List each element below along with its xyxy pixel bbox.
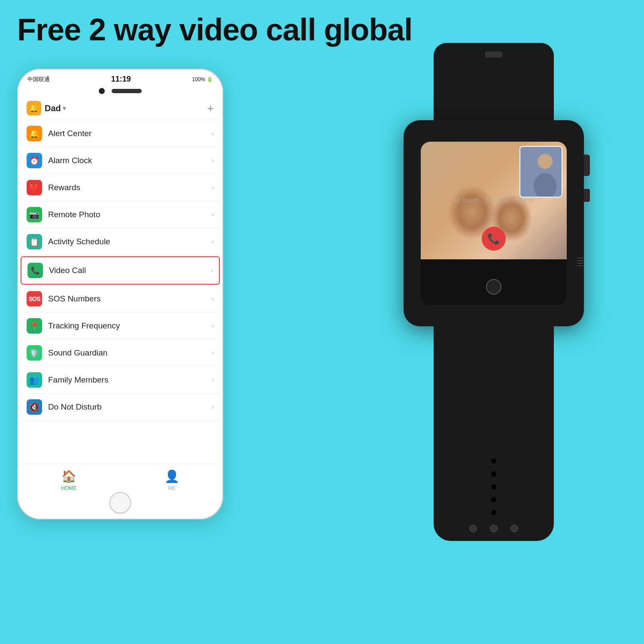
strap-bottom-decoration <box>469 525 518 532</box>
menu-item-alert-center[interactable]: 🔔 Alert Center › <box>21 120 220 147</box>
alert-center-label: Alert Center <box>48 129 91 138</box>
nav-home[interactable]: 🏠 HOME <box>61 469 76 491</box>
battery-icon: 🔋 <box>207 76 213 82</box>
profile-selector[interactable]: Dad ▾ <box>45 103 66 113</box>
carrier-signal: 中国联通 <box>27 76 50 83</box>
chevron-right-icon: › <box>212 238 214 246</box>
profile-name: Dad <box>45 103 61 113</box>
rewards-label: Rewards <box>48 183 80 192</box>
menu-list: 🔔 Alert Center › ⏰ Alarm Clock › ❤️ Rewa… <box>17 120 223 421</box>
sos-numbers-icon: SOS <box>27 291 42 307</box>
watch-body: 4p-touch...tradech...hina.m 📞 <box>404 120 584 326</box>
video-self-view <box>519 146 562 197</box>
strap-dot-3 <box>510 525 518 532</box>
watch-side-button-1[interactable] <box>584 155 590 176</box>
menu-item-left: 🛡️ Sound Guardian <box>27 345 107 361</box>
alert-center-icon: 🔔 <box>27 126 42 141</box>
strap-hole-4 <box>491 497 496 502</box>
phone-top-hardware <box>17 84 223 97</box>
strap-hole-1 <box>491 459 496 464</box>
activity-schedule-label: Activity Schedule <box>48 237 110 246</box>
sound-guardian-icon: 🛡️ <box>27 345 42 361</box>
menu-item-do-not-disturb[interactable]: 🔇 Do Not Disturb › <box>21 394 220 421</box>
menu-item-left: SOS SOS Numbers <box>27 291 100 307</box>
family-members-icon: 👥 <box>27 372 42 388</box>
alarm-clock-label: Alarm Clock <box>48 156 92 165</box>
sos-numbers-label: SOS Numbers <box>48 294 100 304</box>
home-nav-icon: 🏠 <box>61 469 76 483</box>
menu-item-remote-photo[interactable]: 📷 Remote Photo › <box>21 201 220 228</box>
earpiece <box>112 89 142 93</box>
menu-item-left: 📋 Activity Schedule <box>27 234 110 249</box>
battery-label: 100% <box>192 76 205 82</box>
remote-photo-label: Remote Photo <box>48 210 100 219</box>
menu-item-sos-numbers[interactable]: SOS SOS Numbers › <box>21 286 220 313</box>
menu-item-left: ❤️ Rewards <box>27 180 80 195</box>
watch-container: 4p-touch...tradech...hina.m 📞 <box>365 43 623 558</box>
chevron-right-icon: › <box>212 184 214 191</box>
menu-item-left: 📍 Tracking Frequency <box>27 318 120 334</box>
alarm-clock-icon: ⏰ <box>27 153 42 168</box>
battery: 100% 🔋 <box>192 76 213 82</box>
strap-dot-2 <box>490 525 498 532</box>
menu-item-left: 👥 Family Members <box>27 372 108 388</box>
video-main-feed: 4p-touch...tradech...hina.m 📞 <box>421 142 567 259</box>
me-nav-icon: 👤 <box>164 469 179 483</box>
menu-item-rewards[interactable]: ❤️ Rewards › <box>21 174 220 201</box>
menu-item-left: 🔔 Alert Center <box>27 126 91 141</box>
watch-strap-top <box>434 43 554 120</box>
menu-item-left: ⏰ Alarm Clock <box>27 153 92 168</box>
tracking-frequency-icon: 📍 <box>27 318 42 334</box>
nav-me[interactable]: 👤 ME <box>164 469 179 491</box>
family-members-label: Family Members <box>48 375 108 385</box>
menu-item-alarm-clock[interactable]: ⏰ Alarm Clock › <box>21 147 220 174</box>
phone-home-button[interactable] <box>109 492 131 513</box>
end-call-icon: 📞 <box>487 233 500 245</box>
status-bar: 中国联通 11:19 100% 🔋 <box>17 69 223 84</box>
chevron-down-icon: ▾ <box>63 105 66 112</box>
home-nav-label: HOME <box>61 485 76 491</box>
menu-item-left: 🔇 Do Not Disturb <box>27 399 102 415</box>
strap-hole-5 <box>491 510 496 515</box>
menu-item-left: 📷 Remote Photo <box>27 207 100 222</box>
video-call-icon: 📞 <box>27 263 43 278</box>
chevron-right-icon: › <box>212 157 214 164</box>
chevron-right-icon: › <box>212 403 214 411</box>
menu-item-video-call[interactable]: 📞 Video Call › <box>21 256 220 285</box>
menu-item-sound-guardian[interactable]: 🛡️ Sound Guardian › <box>21 340 220 367</box>
watch-strap-bottom <box>434 326 554 541</box>
speaker-line-3 <box>577 263 583 264</box>
tracking-frequency-label: Tracking Frequency <box>48 321 120 331</box>
chevron-right-icon: › <box>211 267 213 274</box>
watch-side-button-2[interactable] <box>584 189 590 202</box>
svg-point-1 <box>538 154 553 169</box>
menu-item-tracking-frequency[interactable]: 📍 Tracking Frequency › <box>21 313 220 340</box>
bottom-nav: 🏠 HOME 👤 ME <box>17 464 223 494</box>
chevron-right-icon: › <box>212 211 214 219</box>
phone-body: 中国联通 11:19 100% 🔋 🔔 Dad ▾ + <box>17 69 223 519</box>
strap-hole-3 <box>491 484 496 489</box>
watch-home-button[interactable] <box>486 279 501 295</box>
speaker-line-1 <box>577 258 583 258</box>
watch-speaker <box>577 258 584 266</box>
notification-bell-icon: 🔔 <box>27 101 41 115</box>
remote-photo-icon: 📷 <box>27 207 42 222</box>
speaker-line-4 <box>577 265 583 266</box>
phone-container: 中国联通 11:19 100% 🔋 🔔 Dad ▾ + <box>17 69 223 519</box>
menu-item-activity-schedule[interactable]: 📋 Activity Schedule › <box>21 228 220 255</box>
add-button[interactable]: + <box>207 102 214 115</box>
chevron-right-icon: › <box>212 322 214 330</box>
app-header: 🔔 Dad ▾ + <box>17 97 223 120</box>
page-headline: Free 2 way video call global <box>17 12 412 47</box>
clock: 11:19 <box>111 75 131 84</box>
sound-guardian-label: Sound Guardian <box>48 348 107 358</box>
watch-screen: 4p-touch...tradech...hina.m 📞 <box>421 142 567 305</box>
chevron-right-icon: › <box>212 349 214 357</box>
watch-screen-bottom <box>421 259 567 305</box>
do-not-disturb-icon: 🔇 <box>27 399 42 415</box>
chevron-right-icon: › <box>212 295 214 303</box>
strap-holes <box>491 459 496 515</box>
menu-item-family-members[interactable]: 👥 Family Members › <box>21 367 220 394</box>
end-call-button[interactable]: 📞 <box>482 227 506 251</box>
me-nav-label: ME <box>168 485 176 491</box>
